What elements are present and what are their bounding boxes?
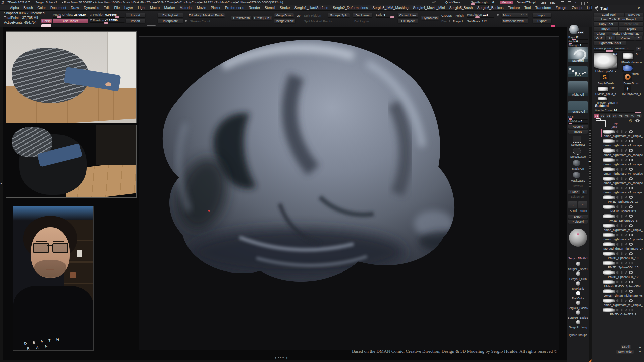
mask-pen-icon[interactable] (573, 160, 580, 166)
sculpt-brush-icon[interactable]: ✎ (624, 243, 628, 246)
polypaint-icon[interactable] (616, 309, 619, 311)
menu-item[interactable]: Edit (104, 6, 110, 10)
visibility-eye-icon[interactable] (629, 205, 633, 208)
subtool-thumbnail[interactable] (603, 186, 615, 190)
sculpt-brush-icon[interactable]: ✎ (624, 130, 628, 133)
brush-preview[interactable]: Standard (568, 47, 588, 62)
menu-item[interactable]: Dynamics (84, 6, 99, 10)
visible-count-knob[interactable] (635, 112, 641, 113)
sculpt-brush-icon[interactable]: ✎ (624, 215, 628, 218)
tool-clone-button[interactable]: Clone (594, 32, 608, 36)
move-down-icon[interactable]: ▼ (639, 350, 641, 353)
alpha-preview[interactable]: Alpha Off (568, 81, 588, 96)
clone-button[interactable]: Clone (568, 190, 580, 194)
texture-preview[interactable]: Texture Off (568, 101, 588, 113)
uv-icon[interactable] (621, 299, 623, 302)
uv-icon[interactable] (621, 159, 623, 161)
uv-icon[interactable] (621, 252, 623, 255)
shelf-export-button[interactable]: Export (568, 215, 588, 219)
subtool-item[interactable]: ✎ dman_nightmare_v7_ropajac (603, 185, 643, 195)
subtool-item[interactable]: ✎ dman_nightmare_v6_posado (603, 232, 643, 242)
uv-icon[interactable] (621, 130, 623, 133)
polypaint-icon[interactable] (616, 299, 619, 302)
visibility-eye-icon[interactable] (629, 177, 633, 180)
select-rect-icon[interactable] (573, 136, 581, 143)
ignore-groups-button[interactable]: Ignore Groups (567, 333, 589, 337)
menu-item[interactable]: Stencil (265, 6, 275, 10)
folder-icon[interactable] (596, 120, 606, 127)
sculpt-brush-icon[interactable]: ✎ (624, 196, 628, 199)
material-item[interactable]: SergioH_Skin (567, 271, 589, 281)
menu-item[interactable]: Light (138, 6, 146, 10)
subtool-thumbnail[interactable] (603, 242, 615, 247)
subtool-thumbnail[interactable] (603, 233, 615, 237)
version-tab[interactable]: V4 (612, 114, 618, 118)
sculpt-brush-icon[interactable]: ✎ (624, 290, 628, 293)
version-tab[interactable]: V8 (636, 114, 642, 118)
subtool-thumbnail[interactable] (603, 223, 615, 228)
save-as-button[interactable]: Save As (625, 13, 643, 17)
menus-toggle-button[interactable]: Menus (500, 1, 513, 4)
x-position-slider[interactable]: X Position0.08505 (90, 13, 125, 18)
subtool-thumbnail[interactable] (603, 270, 615, 275)
menu-item[interactable]: Sergio6_Basicos (477, 6, 504, 10)
menu-item[interactable]: Draw (71, 6, 79, 10)
menu-item[interactable]: Stroke (280, 6, 290, 10)
polypaint-icon[interactable] (616, 224, 619, 227)
sculpt-brush-icon[interactable]: ✎ (624, 252, 628, 255)
default-zscript-button[interactable]: DefaultZScript (517, 0, 536, 5)
merge-down-button[interactable]: MergeDown (274, 13, 294, 17)
menu-item[interactable]: Sergio4_Movie_Mini (413, 6, 445, 10)
import-button-2[interactable]: Import (126, 19, 145, 23)
subtool-item[interactable]: ✎ PM3D_Cube3D3_2 (603, 307, 643, 317)
uv-label[interactable]: Uv (297, 14, 301, 17)
midvalue-slider[interactable]: MidValue0 (568, 120, 588, 124)
tpose-subt-button[interactable]: TPose|SubT (253, 16, 272, 20)
subtool-item[interactable]: ✎ dman_nightmare_v7_ropajac (603, 167, 643, 176)
select-lasso-icon[interactable] (573, 148, 581, 155)
visibility-eye-icon[interactable] (629, 290, 633, 293)
tool-thumb-eraserbrush[interactable] (623, 73, 632, 81)
menu-item[interactable]: Render (249, 6, 260, 10)
close-holes-button[interactable]: Close Holes (398, 13, 418, 17)
material-item[interactable]: SergioH_BasicS (567, 310, 589, 319)
sculpt-brush-icon[interactable]: ✎ (624, 205, 628, 208)
subtool-thumbnail[interactable] (603, 308, 615, 312)
visibility-eye-icon[interactable] (629, 196, 633, 199)
sculpt-brush-icon[interactable]: ✎ (624, 234, 628, 236)
subtool-item[interactable]: ✎ PM3D_Sphere3D2_6 (603, 214, 643, 223)
z-position-slider[interactable]: Z Position-2.15556 (90, 18, 125, 23)
subtool-thumbnail[interactable] (603, 280, 615, 284)
angle-of-view-slider[interactable]: Angle Of View25.0520 (53, 13, 88, 18)
uv-icon[interactable] (621, 262, 623, 264)
list-all-button[interactable]: ListAll (621, 345, 631, 349)
version-tab[interactable]: V2 (600, 114, 605, 118)
load-tool-button[interactable]: Load Tool (594, 13, 624, 17)
subtool-thumbnail[interactable] (603, 298, 615, 303)
groups-toggle-label[interactable]: Groups (441, 14, 452, 17)
right-tray-handle[interactable]: ◂▸ (588, 160, 591, 163)
new-folder-button[interactable]: New Folder (616, 350, 634, 354)
bpr-button[interactable]: BPR (577, 31, 584, 34)
sculpt-brush-icon[interactable]: ✎ (624, 168, 628, 171)
folder-eye-icon[interactable] (635, 119, 640, 122)
subtool-thumbnail[interactable] (603, 139, 615, 143)
visibility-eye-icon[interactable] (629, 243, 633, 246)
version-tab[interactable]: V1 (594, 114, 599, 118)
stroke-preview[interactable]: Dots (568, 66, 588, 77)
polypaint-icon[interactable] (616, 130, 619, 133)
left-tray-handle[interactable]: ▸ (1, 182, 2, 185)
subtool-item[interactable]: ✎ PM3D_Sphere3D4_12 (603, 270, 643, 279)
rf-slider[interactable]: Rf0 (568, 115, 588, 120)
export-button[interactable]: Export (533, 19, 551, 23)
material-item[interactable]: SergioH_Spec1 (567, 261, 589, 271)
subtool-item[interactable]: ✎ PM3D_Sphere3D1_17 (603, 195, 643, 204)
visibility-eye-icon[interactable] (629, 159, 633, 161)
uv-icon[interactable] (621, 243, 623, 246)
visibility-eye-icon[interactable] (629, 130, 633, 133)
visibility-eye-icon[interactable] (629, 281, 633, 283)
subtool-item[interactable]: ✎ dman_nightmare_v7_ropajac (603, 138, 643, 148)
subtool-thumbnail[interactable] (603, 261, 615, 265)
persp-button[interactable]: Persp (41, 19, 52, 23)
gear-icon[interactable]: ⚙ (629, 118, 633, 123)
